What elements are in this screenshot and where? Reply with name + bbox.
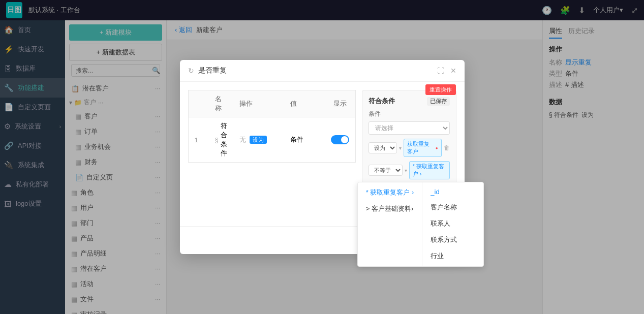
dot-icon: ● <box>436 146 438 150</box>
refresh-icon[interactable]: ↻ <box>188 67 194 75</box>
cond-op-select-1[interactable]: 设为 <box>369 142 397 153</box>
cond-select[interactable]: 请选择 <box>369 121 450 135</box>
dropdown-item-get-dup[interactable]: * 获取重复客户 › <box>358 184 422 201</box>
cond-op-select-2[interactable]: 不等于 <box>369 165 403 176</box>
th-num <box>189 100 209 108</box>
dropdown-item-id[interactable]: _id <box>422 184 483 199</box>
dropdown-menu: * 获取重复客户 › > 客户基础资料› _id 客户名称 联系人 联系方式 行… <box>357 182 484 267</box>
table-row: 1 § 符合条件 无 设为 条件 <box>188 117 356 162</box>
modal: ↻ 是否重复 ⛶ ✕ 名称 操作 值 显示 1 <box>180 60 465 254</box>
row-op: 无 设为 <box>233 131 284 148</box>
fullscreen-icon[interactable]: ⛶ <box>437 67 444 75</box>
table-header: 名称 操作 值 显示 <box>188 90 356 117</box>
close-icon[interactable]: ✕ <box>450 67 456 75</box>
modal-overlay: ↻ 是否重复 ⛶ ✕ 名称 操作 值 显示 1 <box>0 0 644 314</box>
dropdown-item-industry[interactable]: 行业 <box>422 248 483 264</box>
dropdown-col-1: * 获取重复客户 › > 客户基础资料› <box>358 182 422 266</box>
op-badge[interactable]: 设为 <box>250 136 267 144</box>
saved-badge: 已保存 <box>427 97 450 106</box>
cond-row-2: 不等于 ▾ * 获取重复客户 › <box>369 161 450 179</box>
th-op: 操作 <box>233 95 284 112</box>
cond-row-1: 设为 ▾ 获取重复客户 ● 🗑 <box>369 139 450 157</box>
cond-label: 条件 <box>369 110 450 118</box>
modal-title: ↻ 是否重复 <box>188 66 227 75</box>
reset-button[interactable]: 重置操作 <box>425 84 456 95</box>
dropdown-item-contact-way[interactable]: 联系方式 <box>422 232 483 248</box>
modal-header-icons: ⛶ ✕ <box>437 67 456 75</box>
row-num: 1 <box>189 132 209 148</box>
field-name-text: 符合条件 <box>221 121 227 158</box>
conditions-title: 符合条件 已保存 <box>369 97 450 106</box>
row-name: § 符合条件 <box>209 117 233 162</box>
dropdown-item-basic-info[interactable]: > 客户基础资料› <box>358 201 422 217</box>
chevron-down-icon-2: ▾ <box>405 168 407 173</box>
dropdown-item-customer-name[interactable]: 客户名称 <box>422 199 483 215</box>
row-toggle <box>325 131 355 148</box>
chevron-down-icon: ▾ <box>399 145 402 151</box>
modal-table: 名称 操作 值 显示 1 § 符合条件 无 设为 <box>188 90 356 218</box>
table-body: 1 § 符合条件 无 设为 条件 <box>188 117 356 163</box>
th-name: 名称 <box>209 90 233 117</box>
row-val: 条件 <box>284 131 325 148</box>
th-toggle: 显示 <box>325 95 355 112</box>
cond-delete-icon[interactable]: 🗑 <box>444 144 450 151</box>
dropdown-item-contact[interactable]: 联系人 <box>422 215 483 232</box>
cond-tag-2[interactable]: * 获取重复客户 › <box>409 161 450 179</box>
cond-tag-1[interactable]: 获取重复客户 ● <box>404 139 442 157</box>
modal-body: 名称 操作 值 显示 1 § 符合条件 无 设为 <box>180 82 465 226</box>
field-prefix-icon: § <box>215 136 219 144</box>
toggle-switch[interactable] <box>331 135 349 144</box>
th-val: 值 <box>284 95 325 112</box>
dropdown-col-2: _id 客户名称 联系人 联系方式 行业 <box>422 182 483 266</box>
modal-header: ↻ 是否重复 ⛶ ✕ <box>180 60 465 82</box>
conditions-panel: 重置操作 符合条件 已保存 条件 请选择 设为 ▾ 获取重复客户 ● <box>362 90 456 218</box>
